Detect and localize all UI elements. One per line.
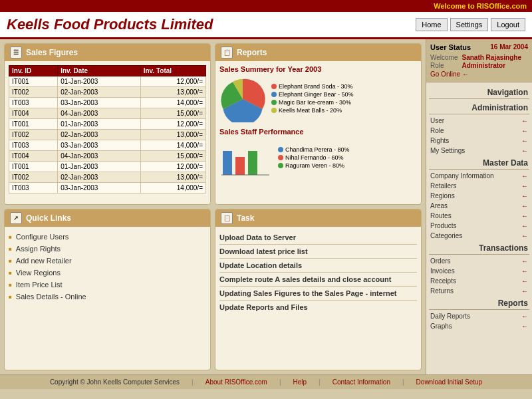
nav-item[interactable]: Role←	[429, 126, 529, 136]
welcome-label: Welcome	[430, 54, 458, 61]
settings-button[interactable]: Settings	[450, 18, 489, 31]
navigation-section: Navigation AdministrationUser←Role←Right…	[426, 82, 532, 334]
table-row: IT00303-Jan-200314,000/=	[9, 140, 206, 151]
nav-item[interactable]: Orders←	[429, 256, 529, 266]
list-item[interactable]: Configure Users	[9, 231, 206, 243]
sales-summary-section: Sales Summery for Year 2003 Elephant Bra…	[219, 65, 417, 122]
nav-item[interactable]: Returns←	[429, 286, 529, 296]
task-item[interactable]: Upload Data to Server	[219, 231, 417, 245]
task-list: Upload Data to ServerDownload latest pri…	[219, 231, 417, 314]
nav-item[interactable]: Daily Reports←	[429, 311, 529, 321]
reports-icon: 📋	[221, 47, 233, 59]
footer-contact[interactable]: Contact Information	[330, 378, 393, 386]
footer-copyright: Copyright © John Keells Computer Service…	[47, 378, 182, 386]
header: Keells Food Products Limited Home Settin…	[0, 12, 532, 39]
user-status-header: User Status 16 Mar 2004	[430, 43, 528, 51]
footer: Copyright © John Keells Computer Service…	[0, 374, 532, 389]
nav-item[interactable]: Products←	[429, 221, 529, 231]
nav-item[interactable]: My Settings←	[429, 146, 529, 156]
nav-item[interactable]: Categories←	[429, 231, 529, 241]
go-online-text: Go Online	[430, 70, 460, 78]
pie-chart	[219, 76, 266, 122]
role-label: Role	[430, 62, 458, 69]
sales-figures-body: Inv. ID Inv. Date Inv. Total IT00101-Jan…	[5, 61, 210, 203]
sales-summary-heading: Sales Summery for Year 2003	[219, 65, 417, 73]
bar-chart-container: Chandima Perera - 80%Nihal Fernando - 60…	[219, 138, 417, 178]
table-row: IT00303-Jan-200314,000/=	[9, 183, 206, 194]
footer-help[interactable]: Help	[291, 378, 310, 386]
staff-legend-item: Raguram Veren - 80%	[278, 162, 350, 169]
list-item[interactable]: Assign Rights	[9, 243, 206, 255]
staff-legend: Chandima Perera - 80%Nihal Fernando - 60…	[278, 146, 350, 170]
pie-chart-container: Elephant Brand Soda - 30%Elephant Ginger…	[219, 76, 417, 122]
legend-item: Magic Bar Ice-cream - 30%	[271, 99, 354, 106]
svg-rect-2	[235, 157, 245, 175]
nav-item[interactable]: Invoices←	[429, 266, 529, 276]
reports-panel: 📋 Reports Sales Summery for Year 2003	[215, 43, 422, 205]
nav-item[interactable]: User←	[429, 116, 529, 126]
table-row: IT00202-Jan-200313,000/=	[9, 130, 206, 140]
task-item[interactable]: Update Location details	[219, 259, 417, 273]
nav-item[interactable]: Regions←	[429, 191, 529, 201]
table-row: IT00404-Jan-200315,000/=	[9, 151, 206, 162]
task-header: 📋 Task	[215, 209, 421, 227]
col-inv-id: Inv. ID	[9, 66, 58, 76]
reports-title: Reports	[237, 48, 267, 57]
list-item[interactable]: Add new Retailer	[9, 255, 206, 267]
top-bar-text: Welcome to	[434, 2, 477, 10]
sales-figures-header: ☰ Sales Figures	[5, 44, 210, 61]
nav-item[interactable]: Receipts←	[429, 276, 529, 286]
top-bar-brand: RISOffice.com	[477, 2, 527, 10]
table-row: IT00202-Jan-200313,000/=	[9, 172, 206, 183]
table-row: IT00101-Jan-200312,000/=	[9, 119, 206, 130]
staff-performance-section: Sales Staff Performance Chandima Perera …	[219, 128, 417, 178]
nav-item[interactable]: Areas←	[429, 201, 529, 211]
quick-links-panel: ↗ Quick Links Configure UsersAssign Righ…	[4, 209, 211, 370]
list-item[interactable]: Item Price List	[9, 279, 206, 291]
user-status-title: User Status	[430, 43, 471, 51]
nav-section-title: Master Data	[429, 156, 529, 170]
footer-about[interactable]: About RISOffice.com	[203, 378, 270, 386]
table-row: IT00101-Jan-200312,000/=	[9, 162, 206, 172]
table-row: IT00303-Jan-200314,000/=	[9, 98, 206, 108]
task-item[interactable]: Download latest price list	[219, 245, 417, 259]
status-grid: Welcome Sanath Rajasinghe Role Administr…	[430, 54, 528, 69]
task-title: Task	[237, 213, 254, 223]
nav-section-title: Administration	[429, 100, 529, 114]
sales-figures-panel: ☰ Sales Figures Inv. ID Inv. Date Inv. T…	[4, 43, 211, 205]
nav-item[interactable]: Routes←	[429, 211, 529, 221]
nav-item[interactable]: Retailers←	[429, 181, 529, 191]
bar-chart	[219, 138, 273, 178]
logout-button[interactable]: Logout	[491, 18, 525, 31]
task-item[interactable]: Complete route A sales details and close…	[219, 273, 417, 287]
status-date: 16 Mar 2004	[490, 43, 528, 51]
sales-figures-title: Sales Figures	[26, 48, 78, 57]
list-item[interactable]: View Regions	[9, 267, 206, 279]
table-row: IT00404-Jan-200315,000/=	[9, 108, 206, 119]
legend-item: Elephant Ginger Bear - 50%	[271, 91, 354, 98]
svg-rect-3	[248, 151, 257, 175]
quick-links-header: ↗ Quick Links	[5, 209, 210, 227]
go-online-link[interactable]: Go Online ←	[430, 70, 528, 78]
task-item[interactable]: Update Reports and Files	[219, 301, 417, 314]
quick-links-list: Configure UsersAssign RightsAdd new Reta…	[9, 231, 206, 303]
user-name: Sanath Rajasinghe	[462, 54, 529, 61]
reports-body: Sales Summery for Year 2003 Elephant Bra…	[215, 61, 421, 203]
col-inv-date: Inv. Date	[58, 66, 141, 76]
user-status-section: User Status 16 Mar 2004 Welcome Sanath R…	[426, 39, 532, 82]
header-nav: Home Settings Logout	[416, 18, 525, 31]
go-online-arrow: ←	[462, 70, 469, 78]
user-role: Administrator	[462, 62, 529, 69]
nav-item[interactable]: Graphs←	[429, 321, 529, 331]
right-sidebar: User Status 16 Mar 2004 Welcome Sanath R…	[426, 39, 532, 374]
task-item[interactable]: Updating Sales Figures to the Sales Page…	[219, 287, 417, 301]
nav-item[interactable]: Company Information←	[429, 171, 529, 181]
app-title: Keells Food Products Limited	[7, 16, 213, 33]
footer-download[interactable]: Download Initial Setup	[414, 378, 485, 386]
nav-item[interactable]: Rights←	[429, 136, 529, 146]
navigation-title: Navigation	[429, 85, 529, 99]
svg-rect-1	[223, 151, 232, 175]
home-button[interactable]: Home	[416, 18, 447, 31]
legend-item: Keells Meat Balls - 20%	[271, 107, 354, 114]
list-item[interactable]: Sales Details - Online	[9, 291, 206, 303]
